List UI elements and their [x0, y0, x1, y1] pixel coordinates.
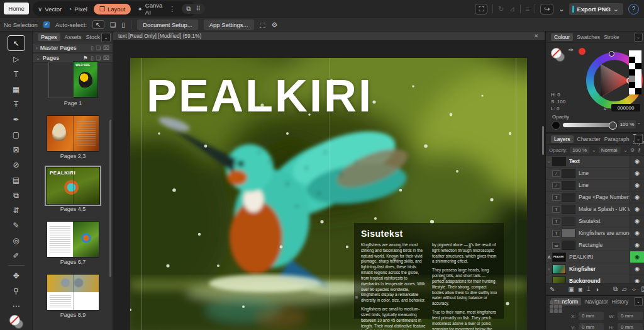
add-page-icon[interactable]: ▯ — [91, 45, 94, 51]
page-thumb-8-9[interactable]: Pages 8,9 — [38, 275, 108, 318]
group-icon[interactable]: ▱ — [622, 286, 627, 293]
page-thumb-2-3[interactable]: Pages 2,3 — [38, 116, 108, 159]
layer-settings-gear-icon[interactable]: ⚙ — [630, 147, 635, 153]
layer-row-background[interactable]: Background ◉ — [546, 275, 644, 283]
visibility-eye-icon[interactable]: ◉ — [630, 239, 644, 251]
frame-text-tool[interactable]: T — [8, 67, 25, 81]
snapshot-icon[interactable]: ↪ — [540, 4, 553, 14]
panel-chevron-icon[interactable]: ⌄ — [634, 135, 643, 144]
layer-row-text[interactable]: ⌄ Text ◉ — [546, 156, 644, 167]
tab-navigator[interactable]: Navigator — [585, 299, 608, 305]
headline-text[interactable]: PEALKIRI — [147, 73, 373, 118]
tab-paragraph[interactable]: Paragraph — [604, 136, 630, 142]
w-input[interactable]: 0 mm — [618, 312, 643, 320]
hue-selector[interactable] — [609, 51, 614, 57]
layer-row-rectangle[interactable]: ▭ Rectangle ◉ — [546, 239, 644, 251]
blend-mode-select[interactable]: Normal — [599, 147, 621, 154]
layer-row-make-a-splash[interactable]: T Make a Splash - UK W... ◉ — [546, 203, 644, 215]
crop-icon[interactable]: ⌶ — [587, 285, 591, 293]
zoom-tool[interactable]: ⚲ — [8, 283, 25, 298]
preferences-gear-icon[interactable]: ⚙ — [271, 21, 277, 28]
tab-pages[interactable]: Pages — [38, 33, 60, 41]
page-thumb-1[interactable]: WILD SIDE Page 1 — [38, 62, 108, 106]
export-png-button[interactable]: Export PNG ⌄ — [569, 3, 623, 15]
fill-stroke-indicator[interactable] — [551, 48, 565, 62]
h-input[interactable]: 0 mm — [618, 323, 643, 330]
pen-tool[interactable]: ✒ — [8, 112, 25, 127]
visibility-eye-icon[interactable]: ◉ — [630, 203, 644, 215]
visibility-eye-icon[interactable]: ◉ — [630, 191, 644, 203]
rectangle-tool[interactable]: ▢ — [8, 127, 25, 142]
visibility-eye-icon[interactable]: ◉ — [630, 263, 644, 275]
duplicate-page-icon[interactable]: ❏ — [96, 55, 101, 61]
opacity-slider[interactable] — [563, 123, 614, 127]
tab-stroke[interactable]: Stroke — [604, 34, 619, 40]
delete-page-icon[interactable]: ⌧ — [103, 45, 109, 51]
artistic-text-tool[interactable]: Ŧ — [8, 97, 25, 111]
document-spread[interactable]: PEALKIRI Sisutekst Kingfishers are among… — [130, 58, 527, 330]
page-thumb-6-7[interactable]: Pages 6,7 — [38, 222, 108, 265]
expand-chevron-icon[interactable]: ⌄ — [546, 159, 552, 164]
layer-row-kingfisher[interactable]: › Kingfisher ◉ — [546, 263, 644, 275]
opacity-handle[interactable] — [609, 122, 617, 130]
expand-chevron-icon[interactable]: › — [546, 267, 552, 271]
more-tools-button[interactable]: ⋯ — [8, 299, 25, 313]
panel-chevron-icon[interactable]: ⌄ — [634, 297, 643, 306]
delete-layer-icon[interactable]: ⌧ — [641, 286, 644, 293]
hex-input[interactable]: 000000 — [611, 104, 640, 111]
select-page-icon[interactable]: ▯ — [121, 21, 125, 28]
transform-mode-icon[interactable]: ⛶ — [475, 4, 487, 14]
translate-icon[interactable]: ⧉ — [186, 5, 191, 13]
mask-icon[interactable]: ◙ — [579, 286, 582, 293]
duplicate-page-icon[interactable]: ❏ — [96, 45, 101, 51]
opacity-caret-icon[interactable]: ⌄ — [637, 120, 641, 125]
pages-scrollbar[interactable] — [109, 120, 111, 277]
document-tab[interactable]: text [Read Only] [Modified] (59.1%) — [118, 33, 201, 39]
pin-icon[interactable]: ⚑ — [83, 55, 88, 61]
layer-row-kingfishers-text[interactable]: T Kingfishers are among... ◉ — [546, 227, 644, 239]
home-button[interactable]: Home — [4, 3, 29, 14]
visibility-eye-icon[interactable]: ◉ — [630, 227, 644, 239]
visibility-eye-icon-selected[interactable]: ◉ — [630, 251, 644, 263]
corner-tool[interactable]: ⇵ — [8, 203, 25, 217]
opacity-caret-icon[interactable]: ⌄ — [592, 147, 596, 153]
page-thumb-4-5[interactable]: PEALKIRI Pages 4,5 — [38, 168, 108, 212]
visibility-eye-icon[interactable]: ◉ — [630, 168, 644, 179]
frame-icon[interactable]: ▣ — [568, 286, 574, 293]
move-tool[interactable]: ↖ — [8, 35, 25, 51]
layer-row-line[interactable]: ∕ Line ◉ — [546, 168, 644, 179]
canvas-scrollbar[interactable] — [542, 126, 544, 155]
tab-colour[interactable]: Colour — [551, 33, 573, 41]
auto-select-checkbox[interactable]: ✓ — [43, 21, 50, 28]
persona-layout[interactable]: ❐ Layout — [94, 4, 131, 14]
style-picker-tool[interactable]: ✐ — [8, 248, 25, 263]
node-tool[interactable]: ▷ — [8, 52, 25, 66]
visibility-eye-icon[interactable]: ◉ — [630, 275, 644, 283]
vector-brush-tool[interactable]: ✎ — [8, 218, 25, 232]
tab-swatches[interactable]: Swatches — [577, 34, 600, 40]
delete-page-icon[interactable]: ⌧ — [103, 55, 109, 61]
tab-character[interactable]: Character — [577, 136, 601, 142]
visibility-eye-icon[interactable]: ◉ — [630, 156, 644, 167]
master-pages-section[interactable]: › Master Pages ▯ ❏ ⌧ — [33, 43, 113, 53]
place-image-tool[interactable]: ▤ — [8, 173, 25, 187]
app-settings-button[interactable]: App Settings... — [204, 20, 254, 30]
adjustment-icon[interactable]: ◑ — [595, 286, 599, 293]
close-document-icon[interactable]: ✕ — [534, 33, 538, 39]
select-cursor-icon[interactable]: ↖ — [92, 20, 104, 29]
y-input[interactable]: 0 mm — [579, 323, 604, 330]
opacity-swatch[interactable] — [552, 121, 560, 130]
opacity-value[interactable]: 100 % — [618, 120, 636, 128]
colour-picker-tool[interactable]: ◎ — [8, 233, 25, 248]
picture-frame-rect-tool[interactable]: ⊠ — [8, 142, 25, 157]
panel-chevron-icon[interactable]: ⌄ — [634, 33, 643, 42]
overflow-menu-icon[interactable]: ⋮ — [169, 5, 175, 13]
fx-icon[interactable]: ⁘ — [631, 286, 636, 293]
spread-tool[interactable]: ⧉ — [8, 188, 25, 202]
help-button[interactable]: ? — [628, 4, 639, 14]
tab-assets[interactable]: Assets — [65, 34, 82, 40]
edit-all-layers-icon[interactable]: ✎ — [550, 286, 555, 293]
document-setup-button[interactable]: Document Setup... — [137, 20, 198, 30]
visibility-eye-icon[interactable]: ◉ — [630, 179, 644, 191]
visibility-eye-icon[interactable]: ◉ — [630, 215, 644, 227]
